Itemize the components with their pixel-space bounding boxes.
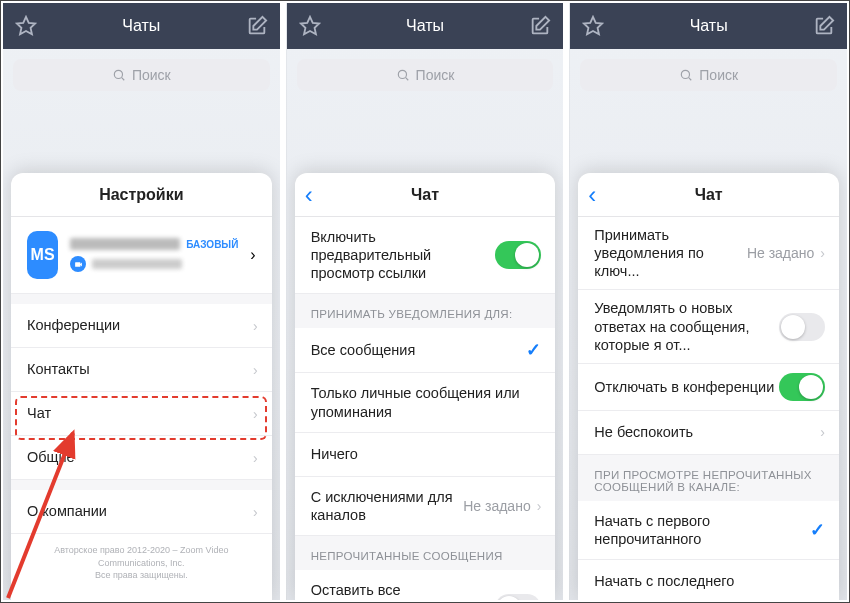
section-unread: Непрочитанные сообщения [295,536,556,570]
toggle-reply-notifs[interactable] [779,313,825,341]
navbar-title: Чаты [321,17,530,35]
nav-item-general[interactable]: Общие› [11,436,272,480]
check-icon: ✓ [526,339,541,361]
chevron-right-icon: › [820,245,825,261]
section-notifications: Принимать уведомления для: [295,294,556,328]
svg-marker-4 [301,17,319,34]
back-button[interactable]: ‹ [588,183,596,207]
toggle-keep-unread-top[interactable] [495,594,541,600]
compose-icon[interactable] [529,15,551,37]
profile-row[interactable]: MS БАЗОВЫЙ › [11,217,272,294]
option-all-messages[interactable]: Все сообщения✓ [295,328,556,373]
search-input[interactable]: Поиск [13,59,270,91]
navbar: Чаты [570,3,847,49]
screen-settings-list: Чаты Поиск Настройки MS БАЗОВЫЙ [3,3,280,600]
svg-point-5 [398,70,406,78]
chevron-right-icon: › [250,246,255,264]
row-keep-unread-top[interactable]: Оставить все непрочитанные сообщения све… [295,570,556,600]
search-icon [679,68,693,82]
navbar: Чаты [3,3,280,49]
option-latest[interactable]: Начать с последнего [578,560,839,600]
navbar-title: Чаты [37,17,246,35]
chevron-right-icon: › [537,498,542,514]
row-reply-notifs[interactable]: Уведомлять о новых ответах на сообщения,… [578,290,839,363]
chat-settings-sheet: ‹ Чат Включить предварительный просмотр … [295,173,556,600]
sheet-header: Настройки [11,173,272,217]
sheet-title: Чат [411,186,439,204]
nav-item-contacts[interactable]: Контакты› [11,348,272,392]
svg-point-8 [682,70,690,78]
nav-item-about[interactable]: О компании› [11,490,272,534]
search-input[interactable]: Поиск [297,59,554,91]
sheet-title: Чат [695,186,723,204]
back-button[interactable]: ‹ [305,183,313,207]
svg-line-6 [405,78,408,81]
compose-icon[interactable] [813,15,835,37]
row-dnd[interactable]: Не беспокоить › [578,411,839,455]
chevron-right-icon: › [820,424,825,440]
svg-line-9 [689,78,692,81]
svg-line-2 [122,78,125,81]
svg-marker-7 [584,17,602,34]
search-input[interactable]: Поиск [580,59,837,91]
star-icon[interactable] [299,15,321,37]
navbar: Чаты [287,3,564,49]
chevron-right-icon: › [253,362,258,378]
copyright: Авторское право 2012-2020 – Zoom Video C… [11,534,272,594]
chevron-right-icon: › [253,504,258,520]
toggle-link-preview[interactable] [495,241,541,269]
camera-icon [70,256,86,272]
search-icon [396,68,410,82]
search-icon [112,68,126,82]
svg-point-1 [114,70,122,78]
compose-icon[interactable] [246,15,268,37]
chevron-right-icon: › [253,318,258,334]
plan-badge: БАЗОВЫЙ [186,239,238,250]
chat-settings-sheet: ‹ Чат Принимать уведомления по ключ... Н… [578,173,839,600]
profile-name [70,238,180,250]
chevron-right-icon: › [253,406,258,422]
screen-chat-settings-1: Чаты Поиск ‹ Чат Включить предварительны… [286,3,564,600]
svg-marker-0 [17,17,35,34]
sheet-title: Настройки [99,186,183,204]
settings-sheet: Настройки MS БАЗОВЫЙ › [11,173,272,600]
nav-item-conferences[interactable]: Конференции› [11,304,272,348]
screen-chat-settings-2: Чаты Поиск ‹ Чат Принимать уведомления п… [569,3,847,600]
row-mute-in-meeting[interactable]: Отключать в конференции [578,364,839,411]
avatar: MS [27,231,58,279]
star-icon[interactable] [582,15,604,37]
sheet-header: ‹ Чат [578,173,839,217]
navbar-title: Чаты [604,17,813,35]
row-keyword-notifs[interactable]: Принимать уведомления по ключ... Не зада… [578,217,839,290]
nav-item-chat[interactable]: Чат› [11,392,272,436]
row-link-preview[interactable]: Включить предварительный просмотр ссылки [295,217,556,294]
star-icon[interactable] [15,15,37,37]
section-unread-view: При просмотре непрочитанных сообщений в … [578,455,839,501]
sheet-header: ‹ Чат [295,173,556,217]
option-dm-mentions[interactable]: Только личные сообщения или упоминания [295,373,556,432]
profile-email [92,259,182,269]
chevron-right-icon: › [253,450,258,466]
row-channel-exceptions[interactable]: С исключениями для каналов Не задано › [295,477,556,536]
toggle-mute-in-meeting[interactable] [779,373,825,401]
option-first-unread[interactable]: Начать с первого непрочитанного✓ [578,501,839,560]
check-icon: ✓ [810,519,825,541]
option-nothing[interactable]: Ничего [295,433,556,477]
